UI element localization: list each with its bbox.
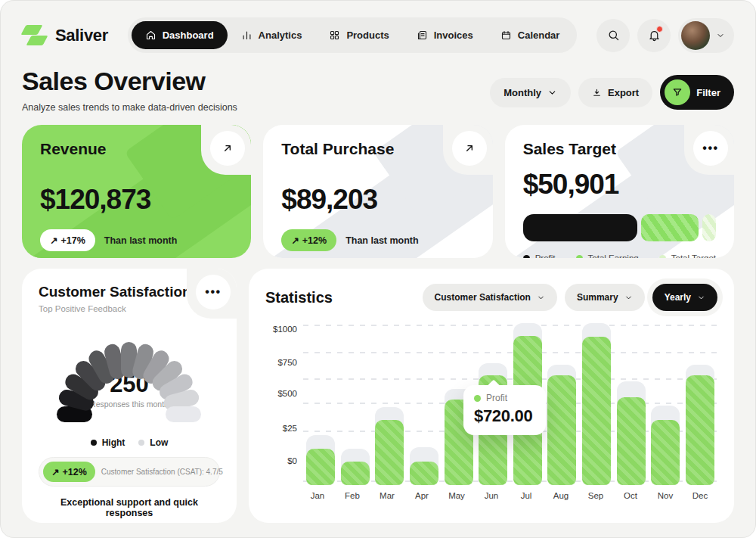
chevron-down-icon	[697, 294, 705, 302]
bar-profit-dec[interactable]	[686, 375, 714, 485]
bar-profit-apr[interactable]	[410, 462, 438, 485]
bar-profit-oct[interactable]	[617, 397, 646, 485]
products-icon	[329, 30, 340, 41]
bar-profit-jan[interactable]	[306, 449, 335, 485]
calendar-icon	[500, 30, 512, 41]
total-purchase-card: Total Purchase $89,203 ↗ +12% Than last …	[263, 125, 492, 258]
tooltip-value: $720.00	[474, 406, 532, 426]
revenue-note: Than last month	[104, 235, 178, 246]
ellipsis-icon: •••	[702, 145, 718, 152]
bar-column-apr[interactable]	[410, 322, 438, 485]
nav-item-analytics[interactable]: Analytics	[228, 21, 316, 49]
export-button-label: Export	[608, 87, 639, 98]
arrow-up-right-icon	[222, 142, 234, 154]
gauge-legend-hight: Hight	[91, 437, 125, 448]
top-actions	[596, 18, 734, 53]
sales-target-menu-button[interactable]: •••	[693, 131, 728, 166]
brand[interactable]: Saliver	[22, 23, 108, 48]
revenue-open-button[interactable]	[210, 131, 245, 166]
chart-plot: Profit $720.00	[303, 322, 717, 485]
bar-column-aug[interactable]	[547, 322, 576, 485]
csat-row: ↗ +12% Customer Satisfaction (CSAT): 4.7…	[39, 457, 220, 487]
stat-cards: Revenue $120,873 ↗ +17% Than last month …	[22, 125, 734, 258]
nav-item-dashboard[interactable]: Dashboard	[132, 21, 228, 49]
y-tick-label: $750	[277, 358, 297, 367]
period-dropdown-label: Monthly	[503, 87, 541, 98]
total-purchase-value: $89,203	[281, 184, 474, 216]
page-header-text: Sales Overview Analyze sales trends to m…	[22, 67, 237, 113]
nav-item-label: Dashboard	[163, 30, 214, 41]
page-actions: Monthly Export Filter	[490, 75, 734, 113]
bottom-row: Customer Satisfaction Top Positive Feedb…	[22, 269, 734, 523]
period-dropdown[interactable]: Monthly	[490, 78, 571, 107]
csat-label: Customer Satisfaction (CSAT): 4.7/5	[101, 468, 223, 476]
nav-item-calendar[interactable]: Calendar	[487, 21, 574, 49]
y-tick-label: $500	[277, 389, 297, 398]
bar-column-mar[interactable]	[375, 322, 404, 485]
x-tick-label: Nov	[651, 491, 680, 500]
bar-profit-sep[interactable]	[582, 337, 611, 485]
bar-column-feb[interactable]	[341, 322, 370, 485]
legend-item: Total Earning	[576, 253, 639, 258]
filter-dropdown-summary[interactable]: Summary	[565, 284, 645, 311]
notifications-button[interactable]	[637, 19, 671, 52]
statistics-card: Statistics Customer SatisfactionSummaryY…	[249, 269, 734, 523]
bar-profit-feb[interactable]	[341, 462, 370, 485]
statistics-chart: $1000$750$500$25$0 Profit $720.00	[265, 322, 717, 485]
main-nav: DashboardAnalyticsProductsInvoicesCalend…	[128, 17, 578, 53]
total-purchase-badge: ↗ +12%	[281, 229, 336, 251]
filter-button[interactable]: Filter	[660, 75, 734, 110]
gauge-legend-low: Low	[138, 437, 168, 448]
bar-profit-nov[interactable]	[651, 420, 680, 485]
search-icon	[607, 29, 620, 42]
search-button[interactable]	[596, 19, 630, 52]
page-header: Sales Overview Analyze sales trends to m…	[22, 67, 734, 113]
sales-target-progress	[523, 214, 716, 241]
bar-column-jan[interactable]	[306, 322, 335, 485]
sales-target-card: Sales Target $50,901 ProfitTotal Earning…	[505, 125, 734, 258]
nav-item-products[interactable]: Products	[315, 21, 402, 49]
invoices-icon	[417, 30, 428, 41]
satisfaction-menu-button[interactable]: •••	[196, 275, 231, 309]
bar-profit-aug[interactable]	[547, 375, 576, 485]
progress-segment-total-target	[702, 214, 716, 241]
total-purchase-open-button[interactable]	[452, 131, 487, 166]
chevron-down-icon	[624, 294, 633, 302]
y-tick-label: $1000	[273, 325, 297, 334]
page-subtitle: Analyze sales trends to make data-driven…	[22, 102, 237, 113]
chevron-down-icon	[537, 294, 545, 302]
page-title: Sales Overview	[22, 67, 237, 96]
y-tick-label: $25	[283, 424, 297, 433]
gauge-segment	[166, 406, 201, 422]
export-button[interactable]: Export	[578, 78, 652, 107]
bar-column-dec[interactable]	[686, 322, 714, 485]
x-tick-label: Aug	[547, 491, 575, 500]
tooltip-series-dot	[474, 395, 481, 402]
sales-target-value: $50,901	[523, 169, 716, 201]
analytics-icon	[241, 30, 253, 41]
gauge-legend: HightLow	[39, 437, 220, 448]
bar-column-oct[interactable]	[617, 322, 646, 485]
dashboard-app: Saliver DashboardAnalyticsProductsInvoic…	[0, 0, 756, 538]
x-tick-label: Jan	[303, 491, 332, 500]
total-purchase-note: Than last month	[345, 235, 419, 246]
download-icon	[592, 88, 602, 98]
notification-dot	[656, 26, 663, 33]
filter-dropdown-yearly[interactable]: Yearly	[652, 284, 717, 311]
x-tick-label: Sep	[581, 491, 610, 500]
bar-column-nov[interactable]	[651, 322, 680, 485]
chart-y-axis: $1000$750$500$25$0	[265, 322, 303, 485]
bar-column-sep[interactable]	[582, 322, 611, 485]
bar-profit-mar[interactable]	[375, 420, 404, 485]
chevron-down-icon	[547, 88, 557, 98]
filter-dropdown-customer-satisfaction[interactable]: Customer Satisfaction	[423, 284, 557, 311]
chart-x-axis: JanFebMarAprMayJunJulAugSepOctNovDec	[303, 485, 717, 500]
x-tick-label: May	[442, 491, 471, 500]
nav-item-invoices[interactable]: Invoices	[403, 21, 487, 49]
nav-item-label: Analytics	[259, 30, 302, 41]
x-tick-label: Mar	[373, 491, 401, 500]
home-icon	[145, 30, 156, 41]
funnel-icon	[665, 79, 690, 105]
nav-item-label: Invoices	[434, 30, 473, 41]
user-menu[interactable]	[678, 18, 734, 53]
